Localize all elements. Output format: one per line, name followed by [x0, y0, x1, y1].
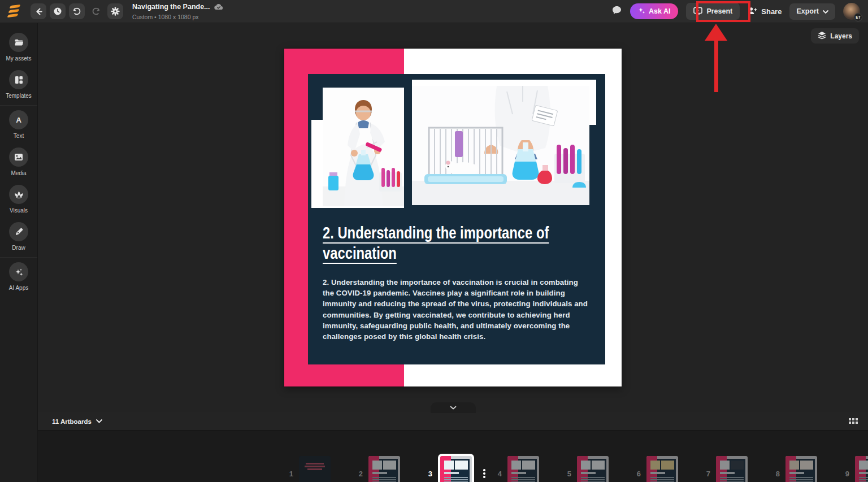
- templates-grid-icon: [9, 70, 28, 89]
- chevron-down-icon: [96, 419, 102, 423]
- artboards-panel-header: 11 Artboards: [38, 412, 868, 431]
- share-person-icon: [748, 7, 757, 16]
- artboard-preview: [368, 456, 400, 482]
- artboards-count-dropdown[interactable]: 11 Artboards: [52, 418, 102, 425]
- lotus-icon: [9, 185, 28, 204]
- sidebar-divider: [0, 105, 37, 106]
- settings-button[interactable]: [107, 3, 123, 19]
- artboard-thumbnail-3-selected[interactable]: 3: [424, 454, 494, 482]
- artboard-number: 6: [633, 470, 641, 478]
- app-window: Navigating the Pande... Custom • 1080 x …: [0, 0, 868, 482]
- document-size-label: Custom • 1080 x 1080 px: [132, 14, 223, 21]
- version-history-button[interactable]: [50, 3, 66, 19]
- artboard-thumbnail-7[interactable]: 7: [702, 456, 772, 482]
- svg-text:A: A: [16, 116, 21, 124]
- sidebar-item-text[interactable]: A Text: [0, 107, 37, 144]
- export-button[interactable]: Export: [789, 3, 835, 20]
- ask-ai-button[interactable]: Ask AI: [630, 3, 678, 19]
- avatar-initials-badge: ET: [854, 13, 862, 21]
- panel-collapse-handle[interactable]: [431, 402, 476, 413]
- artboard-thumbnail-8[interactable]: 8: [772, 456, 841, 482]
- photo-white-matte: [589, 80, 596, 125]
- sidebar-label: Visuals: [10, 207, 28, 214]
- redo-icon: [92, 7, 101, 16]
- artboard-number: 2: [355, 470, 363, 478]
- comments-button[interactable]: [611, 5, 622, 18]
- artboards-panel: 11 Artboards 1 2: [38, 412, 868, 482]
- artboard-number: 7: [702, 470, 710, 478]
- top-toolbar: Navigating the Pande... Custom • 1080 x …: [0, 0, 868, 23]
- user-avatar[interactable]: ET: [843, 3, 860, 20]
- annotation-arrow-shaft: [714, 37, 718, 92]
- present-screen-icon: [693, 7, 702, 16]
- artboard-thumbnail-2[interactable]: 2: [355, 456, 424, 482]
- artboard-preview: [785, 456, 817, 482]
- artboard-number: 5: [563, 470, 571, 478]
- gear-icon: [111, 7, 120, 16]
- artboard-preview: [716, 456, 748, 482]
- annotation-arrow-head: [705, 24, 727, 41]
- photo-scientist-pouring[interactable]: [323, 88, 404, 206]
- sidebar-label: Media: [11, 170, 26, 176]
- artboard-thumbnail-1[interactable]: 1: [285, 456, 355, 482]
- chevron-down-icon: [450, 406, 457, 410]
- sidebar-item-ai-apps[interactable]: AI Apps: [0, 259, 37, 296]
- comment-bubble-icon: [611, 5, 622, 18]
- photo-lab-cage[interactable]: [412, 86, 589, 205]
- chevron-down-icon: [823, 7, 828, 15]
- artboard-preview: [646, 456, 678, 482]
- sidebar-label: Templates: [6, 93, 32, 99]
- sidebar-label: Draw: [12, 245, 25, 251]
- undo-button[interactable]: [69, 3, 85, 19]
- artboard-canvas[interactable]: 2. Understanding the importance of vacci…: [284, 49, 622, 387]
- cloud-saved-icon: [214, 2, 223, 13]
- layers-button[interactable]: Layers: [811, 28, 859, 44]
- sidebar-divider: [0, 257, 37, 258]
- artboard-thumbnail-9[interactable]: 9: [841, 456, 868, 482]
- artboard-preview: [440, 456, 472, 482]
- back-button[interactable]: [31, 3, 46, 19]
- artboard-number: 4: [494, 470, 502, 478]
- undo-icon: [72, 7, 81, 16]
- share-button[interactable]: Share: [748, 7, 782, 16]
- sidebar-label: AI Apps: [9, 285, 28, 291]
- folder-icon: [9, 33, 28, 52]
- grid-icon: [849, 418, 858, 425]
- artboard-options-kebab-icon[interactable]: [483, 469, 485, 478]
- artboard-preview: [577, 456, 609, 482]
- artboard-number: 3: [424, 470, 432, 478]
- slide-heading[interactable]: 2. Understanding the importance of vacci…: [323, 223, 563, 263]
- document-title[interactable]: Navigating the Pande...: [132, 3, 210, 12]
- artboard-thumbnail-6[interactable]: 6: [633, 456, 702, 482]
- artboard-number: 1: [285, 470, 293, 478]
- redo-button[interactable]: [88, 3, 104, 19]
- sidebar-label: My assets: [6, 55, 31, 62]
- sidebar-item-draw[interactable]: Draw: [0, 219, 37, 256]
- artboard-preview: [507, 456, 539, 482]
- layers-icon: [818, 31, 826, 41]
- artboard-thumbnail-4[interactable]: 4: [494, 456, 563, 482]
- app-logo-icon[interactable]: [7, 4, 21, 19]
- sidebar-item-templates[interactable]: Templates: [0, 67, 37, 104]
- artboard-number: 8: [772, 470, 780, 478]
- left-sidebar: My assets Templates A Text Media Visuals: [0, 23, 38, 482]
- grid-view-button[interactable]: [847, 416, 860, 427]
- media-image-icon: [9, 147, 28, 167]
- text-a-icon: A: [9, 110, 28, 129]
- sidebar-item-visuals[interactable]: Visuals: [0, 181, 37, 219]
- sidebar-item-my-assets[interactable]: My assets: [0, 29, 37, 67]
- clock-icon: [53, 7, 62, 16]
- artboard-preview: [855, 456, 868, 482]
- artboard-number: 9: [841, 470, 849, 478]
- artboard-thumbnail-5[interactable]: 5: [563, 456, 633, 482]
- sparkle-icon: [638, 7, 645, 16]
- slide-body-text[interactable]: 2. Understanding the importance of vacci…: [323, 277, 589, 342]
- back-arrow-icon: [34, 7, 43, 16]
- present-button[interactable]: Present: [686, 3, 740, 20]
- sidebar-item-media[interactable]: Media: [0, 144, 37, 181]
- artboard-preview: [299, 456, 331, 482]
- pen-icon: [9, 222, 28, 241]
- sidebar-label: Text: [14, 133, 24, 139]
- artboards-strip: 1 2 3: [38, 431, 868, 482]
- ai-sparkle-icon: [9, 262, 28, 281]
